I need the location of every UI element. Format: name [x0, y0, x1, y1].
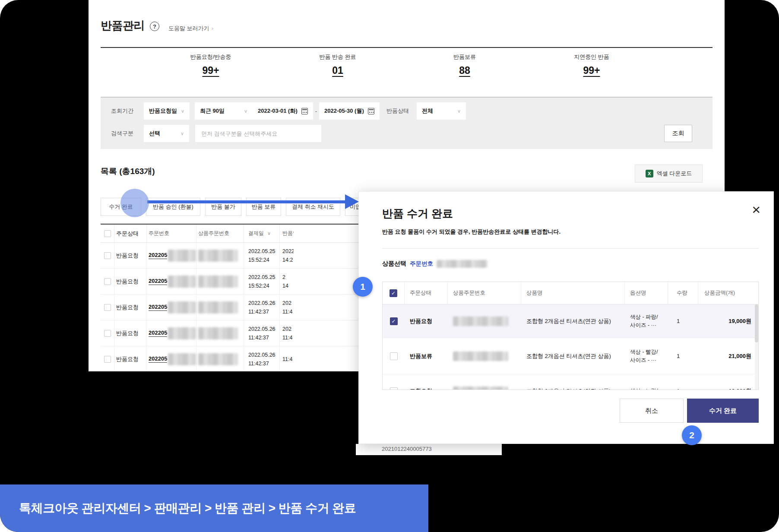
product-name: 조합형 2개옵션 티셔츠(연관 상품): [526, 387, 611, 390]
return-status-select[interactable]: 전체∨: [417, 102, 466, 120]
select-all-checkbox[interactable]: [390, 289, 397, 297]
calendar-icon[interactable]: [301, 108, 308, 114]
redacted-order-number: [168, 353, 196, 365]
help-question-icon[interactable]: ?: [150, 22, 159, 31]
title-divider: [101, 47, 712, 48]
product-select-row: 상품선택 주문번호: [382, 260, 488, 268]
modal-table-header: 주문상태 상품주문번호 상품명 옵션명 수량 상품금액(개): [383, 282, 758, 304]
row-checkbox[interactable]: [104, 278, 111, 285]
order-status: 반품요청: [114, 269, 147, 294]
stat-return-hold: 반품보류 88: [401, 53, 528, 76]
sort-icon[interactable]: ∨: [267, 231, 271, 236]
background-page-fragment: 2021012240005773: [356, 444, 502, 455]
order-status: 반품요청: [114, 320, 147, 346]
col-payment-date: 결제일∨: [244, 225, 280, 242]
return-collection-complete-modal: × 반품 수거 완료 반품 요청 물품이 수거 되었을 경우, 반품반송완료로 …: [358, 191, 774, 444]
chevron-down-icon: ∨: [244, 108, 247, 114]
product-name: 조합형 2개옵션 티셔츠(연관 상품): [526, 352, 611, 360]
period-range-select[interactable]: 최근 90일∨: [195, 102, 253, 120]
col-product-order-number: 상품주문번호: [196, 225, 244, 242]
date-to-input[interactable]: 2022-05-30 (월): [319, 102, 380, 120]
stat-return-requested: 반품요청/반송중 99+: [147, 53, 274, 76]
order-number-link[interactable]: 202205: [149, 329, 167, 337]
redacted-order-number: [168, 327, 196, 339]
quantity: 1: [677, 318, 680, 324]
product-select-label: 상품선택: [382, 260, 406, 268]
order-number-link[interactable]: 202205: [149, 278, 167, 285]
row-checkbox[interactable]: [390, 387, 398, 390]
col-order-number: 주문번호: [147, 225, 196, 242]
period-label: 조회기간: [101, 107, 133, 115]
search-type-select[interactable]: 선택∨: [144, 125, 189, 142]
product-price: 19,000원: [728, 317, 751, 325]
payment-date-cell: 2022.05.2611:42:37: [244, 294, 280, 320]
return-status-summary: 반품요청/반송중 99+ 반품 반송 완료 01 반품보류 88 지연중인 반품…: [147, 53, 655, 76]
modal-title: 반품 수거 완료: [382, 206, 453, 221]
redacted-order-number: [168, 301, 196, 314]
scrollbar[interactable]: [755, 304, 758, 390]
order-status: 반품보류: [410, 352, 432, 360]
screenshot-canvas: 반품관리 ? 도움말 보러가기› 반품요청/반송중 99+ 반품 반송 완료 0…: [0, 0, 779, 532]
stat-value-link[interactable]: 99+: [528, 65, 655, 76]
payment-date-cell: 2022.05.2515:52:24: [244, 269, 280, 294]
cancel-button[interactable]: 취소: [620, 399, 684, 423]
calendar-icon[interactable]: [368, 108, 374, 114]
order-number-cell: 202205: [147, 294, 196, 320]
order-number-link[interactable]: 주문번호: [410, 260, 433, 268]
date-range-separator: -: [313, 108, 319, 114]
arrow-annotation: [147, 200, 345, 203]
row-checkbox[interactable]: [104, 356, 111, 363]
page-title: 반품관리: [101, 18, 145, 33]
product-price: 21,000원: [728, 352, 751, 360]
col-product-name: 상품명: [521, 282, 625, 304]
payment-date-cell: 2022.05.2611:42:37: [244, 346, 280, 371]
collection-complete-button[interactable]: 수거 완료: [687, 399, 759, 423]
excel-download-button[interactable]: 엑셀 다운로드: [635, 165, 703, 183]
stat-return-shipped-complete: 반품 반송 완료 01: [274, 53, 401, 76]
quantity: 1: [677, 388, 680, 390]
modal-row-selected: 반품요청 조합형 2개옵션 티셔츠(연관 상품) 색상 - 파랑/사이즈 - ·…: [383, 304, 758, 338]
step-1-badge: 1: [353, 277, 373, 297]
row-checkbox[interactable]: [390, 352, 398, 360]
product-price: 19,000원: [728, 387, 751, 390]
col-order-status: 주문상태: [114, 225, 147, 242]
modal-divider: [382, 248, 759, 249]
return-status-label: 반품상태: [386, 107, 409, 115]
highlight-circle-annotation: [120, 189, 149, 217]
redacted-order-number: [168, 250, 196, 262]
select-all-checkbox[interactable]: [104, 230, 111, 237]
stat-return-delayed: 지연중인 반품 99+: [528, 53, 655, 76]
chevron-down-icon: ∨: [457, 108, 461, 114]
row-checkbox[interactable]: [104, 330, 111, 337]
order-status: 반품요청: [114, 243, 147, 268]
row-checkbox[interactable]: [390, 317, 398, 325]
modal-table-body: 반품요청 조합형 2개옵션 티셔츠(연관 상품) 색상 - 파랑/사이즈 - ·…: [383, 304, 758, 390]
modal-row: 반품보류 조합형 2개옵션 티셔츠(연관 상품) 색상 - 빨강/사이즈 - ·…: [383, 338, 758, 374]
chevron-down-icon: ∨: [180, 131, 184, 136]
help-link[interactable]: 도움말 보러가기›: [168, 25, 213, 32]
product-name: 조합형 2개옵션 티셔츠(연관 상품): [526, 317, 611, 325]
close-icon[interactable]: ×: [752, 202, 760, 217]
col-product-price: 상품금액(개): [698, 282, 758, 304]
date-from-input[interactable]: 2022-03-01 (화): [253, 102, 313, 120]
period-type-select[interactable]: 반품요청일∨: [144, 102, 190, 120]
order-status: 반품요청: [410, 317, 432, 325]
order-status: 반품요청: [114, 346, 147, 371]
stat-value-link[interactable]: 99+: [147, 65, 274, 76]
row-checkbox[interactable]: [104, 252, 111, 259]
modal-row-clipped: 교환요청 조합형 2개옵션 티셔츠(연관 상품) 색상 - 노랑/ 1 19,0…: [383, 374, 758, 390]
row-checkbox[interactable]: [104, 304, 111, 311]
stat-value-link[interactable]: 01: [274, 65, 401, 76]
order-number-link[interactable]: 202205: [149, 304, 167, 311]
search-filter-panel: 조회기간 반품요청일∨ 최근 90일∨ 2022-03-01 (화) - 202…: [101, 97, 712, 149]
modal-product-table: 주문상태 상품주문번호 상품명 옵션명 수량 상품금액(개) 반품요청 조합형 …: [382, 282, 759, 390]
order-number-cell: 202205: [147, 346, 196, 371]
search-keyword-input[interactable]: [195, 125, 321, 142]
order-number-link[interactable]: 202205: [149, 355, 167, 363]
search-type-label: 검색구분: [101, 130, 133, 137]
chevron-down-icon: ∨: [181, 108, 184, 114]
search-button[interactable]: 조회: [664, 125, 692, 142]
stat-value-link[interactable]: 88: [401, 65, 528, 76]
redacted-product-order-number: [198, 327, 238, 339]
order-number-link[interactable]: 202205: [149, 252, 167, 259]
